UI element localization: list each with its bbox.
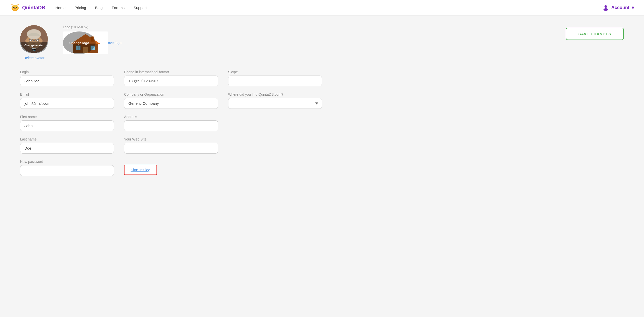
nav-forums[interactable]: Forums	[112, 6, 125, 10]
change-logo-button[interactable]: Change logo	[63, 31, 96, 54]
email-input[interactable]	[20, 98, 114, 109]
address-input[interactable]	[124, 120, 218, 131]
main-content: Change avatar 📷 Delete avatar Logo (180x…	[0, 15, 644, 317]
brand-name: QuintaDB	[22, 5, 45, 11]
phone-group: Phone in international format	[124, 70, 218, 86]
avatar-wrapper: Change avatar 📷	[20, 25, 48, 53]
top-row: Change avatar 📷 Delete avatar Logo (180x…	[20, 25, 624, 60]
login-label: Login	[20, 70, 114, 74]
login-input[interactable]	[20, 76, 114, 86]
company-group: Company or Organization	[124, 92, 218, 109]
navbar: QuintaDB Home Pricing Blog Forums Suppor…	[0, 0, 644, 15]
nav-links: Home Pricing Blog Forums Support	[55, 6, 602, 10]
svg-point-10	[603, 8, 608, 11]
lastname-input[interactable]	[20, 143, 114, 154]
phone-input[interactable]	[124, 76, 218, 86]
svg-point-2	[13, 7, 15, 8]
svg-point-3	[16, 7, 17, 8]
company-label: Company or Organization	[124, 92, 218, 96]
logo-label: Logo (180x50 px)	[63, 25, 88, 29]
logo-wrapper: GENERIC COMPANY ABC Change logo Remove l…	[63, 31, 122, 54]
skype-input[interactable]	[228, 76, 322, 86]
svg-point-4	[14, 8, 16, 9]
email-group: Email	[20, 92, 114, 109]
brand-logo[interactable]: QuintaDB	[10, 3, 45, 13]
website-label: Your Web Site	[124, 137, 218, 141]
address-group: Address	[124, 115, 218, 131]
signins-section: Sign-ins log	[124, 160, 218, 176]
nav-blog[interactable]: Blog	[95, 6, 103, 10]
brand-icon	[10, 3, 20, 13]
delete-avatar-link[interactable]: Delete avatar	[23, 56, 44, 60]
save-changes-button[interactable]: SAVE CHANGES	[566, 28, 624, 40]
where-select[interactable]: Google Friend Other	[228, 98, 322, 109]
nav-support[interactable]: Support	[134, 6, 147, 10]
firstname-input[interactable]	[20, 120, 114, 131]
login-group: Login	[20, 70, 114, 86]
skype-group: Skype	[228, 70, 322, 86]
email-label: Email	[20, 92, 114, 96]
firstname-group: First name	[20, 115, 114, 131]
change-logo-text: Change logo	[69, 41, 89, 45]
password-input[interactable]	[20, 165, 114, 176]
nav-home[interactable]: Home	[55, 6, 65, 10]
svg-point-1	[12, 5, 18, 10]
lastname-label: Last name	[20, 137, 114, 141]
logo-section: Logo (180x50 px)	[63, 25, 122, 54]
address-label: Address	[124, 115, 218, 119]
change-avatar-button[interactable]: Change avatar 📷	[20, 42, 48, 53]
account-menu[interactable]: Account	[602, 4, 634, 11]
where-label: Where did you find QuintaDB.com?	[228, 92, 322, 96]
skype-label: Skype	[228, 70, 322, 74]
avatar-section: Change avatar 📷 Delete avatar	[20, 25, 48, 60]
nav-pricing[interactable]: Pricing	[74, 6, 86, 10]
website-group: Your Web Site	[124, 137, 218, 154]
signins-log-button[interactable]: Sign-ins log	[124, 165, 157, 175]
svg-point-19	[36, 40, 37, 41]
where-group: Where did you find QuintaDB.com? Google …	[228, 92, 322, 109]
save-section: SAVE CHANGES	[566, 25, 624, 40]
change-avatar-text: Change avatar	[24, 44, 44, 47]
svg-point-18	[31, 40, 32, 41]
account-label: Account	[611, 5, 629, 10]
account-icon	[602, 4, 609, 11]
company-input[interactable]	[124, 98, 218, 109]
svg-point-9	[605, 5, 607, 8]
website-input[interactable]	[124, 143, 218, 154]
logo-container: GENERIC COMPANY ABC Change logo	[63, 31, 96, 54]
account-dot	[632, 7, 634, 9]
lastname-group: Last name	[20, 137, 114, 154]
phone-label: Phone in international format	[124, 70, 218, 74]
firstname-label: First name	[20, 115, 114, 119]
password-label: New password	[20, 160, 114, 164]
account-form: Login Phone in international format Skyp…	[20, 70, 322, 176]
camera-icon: 📷	[32, 47, 36, 51]
password-group: New password	[20, 160, 114, 176]
